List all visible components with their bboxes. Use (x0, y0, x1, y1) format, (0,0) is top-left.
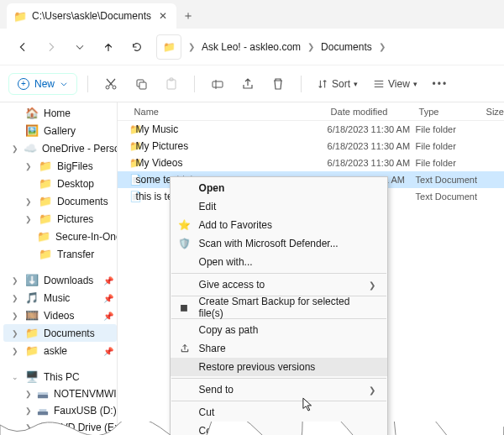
separator (171, 273, 386, 274)
up-button[interactable] (96, 34, 121, 60)
column-type[interactable]: Type (416, 107, 483, 117)
sidebar-item[interactable]: ❯ 🏠 Home (3, 104, 117, 122)
sidebar-item[interactable]: ❯ 📁 askle 📌 (3, 342, 117, 359)
disc-icon (37, 422, 49, 433)
context-menu-item[interactable]: Open (171, 179, 387, 197)
folder-icon: 📁 (39, 160, 52, 172)
context-menu-item[interactable]: Share (171, 339, 387, 358)
sidebar-item[interactable]: ❯ 📁 Documents (3, 192, 117, 210)
sidebar-item-this-pc[interactable]: ⌄ 🖥️ This PC (3, 368, 117, 385)
context-menu-item[interactable]: 🛡️ Scan with Microsoft Defender... (171, 234, 387, 253)
pin-icon: 📌 (103, 275, 113, 286)
svg-point-0 (106, 86, 109, 89)
sidebar-item[interactable]: ❯ FauxUSB (D:) (3, 402, 117, 419)
context-menu-item[interactable]: Cut (171, 403, 387, 422)
context-menu-item[interactable]: Open with... (171, 253, 387, 271)
context-menu-item[interactable]: ⭐ Add to Favorites (171, 216, 387, 234)
paste-button[interactable] (159, 71, 184, 97)
sidebar-item[interactable]: ❯ 📁 Secure-In-OneDrive (3, 228, 117, 245)
table-row[interactable]: 📁 My Videos 6/18/2023 11:30 AM File fold… (118, 155, 504, 171)
rename-button[interactable] (205, 71, 230, 97)
sort-button[interactable]: Sort ▾ (312, 78, 363, 90)
context-menu-label: Restore previous versions (199, 361, 316, 373)
sidebar-item-label: Gallery (44, 125, 76, 137)
chevron-right-icon: ❯ (12, 294, 20, 302)
navigation-bar: 📁 ❯ Ask Leo! - askleo.com ❯ Documents ❯ (0, 29, 504, 66)
usb-icon (37, 405, 49, 417)
window-tab[interactable]: 📁 C:\Users\askle\Documents ✕ (7, 3, 176, 29)
sidebar-item[interactable]: ❯ NOTENVMWIN11P02 (C:) (3, 385, 117, 402)
context-menu-item[interactable]: ◼ Create Smart Backup for selected file(… (171, 298, 387, 317)
view-label: View (388, 78, 410, 90)
navigation-pane[interactable]: ❯ 🏠 Home ❯ 🖼️ Gallery ❯ ☁️ OneDrive - Pe… (0, 102, 118, 435)
refresh-button[interactable] (124, 34, 150, 60)
forward-button[interactable] (39, 34, 64, 60)
box-icon: ◼ (177, 301, 192, 313)
sidebar-item[interactable]: ❯ 📁 Pictures (3, 210, 117, 228)
video-icon: 🎞️ (25, 309, 39, 322)
new-tab-button[interactable]: ＋ (176, 3, 200, 29)
delete-button[interactable] (265, 71, 291, 97)
sidebar-item[interactable]: ❯ 🖼️ Gallery (3, 122, 117, 139)
sidebar-item[interactable]: ❯ ⬇️ Downloads 📌 (3, 271, 117, 289)
view-button[interactable]: View ▾ (368, 78, 423, 90)
file-type: Text Document (416, 175, 491, 185)
chevron-right-icon: ❯ (12, 144, 18, 153)
separator (301, 76, 302, 92)
sidebar-item[interactable]: ❯ 📁 Transfer (3, 245, 117, 263)
sidebar-item[interactable]: ❯ 🎵 Music 📌 (3, 289, 117, 307)
sidebar-item[interactable]: ❯ 📁 BigFiles (3, 157, 117, 175)
context-menu-item[interactable]: Restore previous versions (171, 358, 387, 376)
download-icon: ⬇️ (25, 274, 39, 286)
column-date[interactable]: Date modified (328, 107, 416, 117)
sidebar-item-label: Documents (44, 328, 95, 339)
recent-locations-button[interactable] (67, 34, 92, 60)
context-menu-label: Open (199, 182, 225, 194)
folder-icon: 📁 (39, 212, 52, 225)
close-tab-button[interactable]: ✕ (156, 9, 170, 23)
sidebar-item[interactable]: ❯ DVD Drive (E:) (3, 419, 117, 435)
table-row[interactable]: 📁 My Pictures 6/18/2023 11:30 AM File fo… (118, 138, 504, 155)
back-button[interactable] (10, 34, 35, 60)
column-size[interactable]: Size (483, 107, 504, 117)
pin-icon: 📌 (103, 345, 113, 357)
address-root-icon[interactable]: 📁 (156, 34, 181, 60)
folder-icon: 📁 (118, 123, 134, 135)
sidebar-item-label: Desktop (57, 178, 94, 190)
shield-icon: 🛡️ (177, 238, 192, 249)
sidebar-item-label: askle (44, 345, 67, 357)
file-date: 6/18/2023 11:30 AM (328, 141, 416, 151)
cut-button[interactable] (98, 71, 123, 97)
context-menu-item[interactable]: Edit (171, 197, 387, 216)
chevron-right-icon: ❯ (306, 42, 316, 51)
sidebar-item[interactable]: ❯ 📁 Desktop (3, 175, 117, 192)
context-menu-item[interactable]: Copy (171, 422, 387, 435)
pin-icon: 📌 (103, 310, 113, 322)
breadcrumb-segment[interactable]: Ask Leo! - askleo.com (200, 38, 302, 56)
onedrive-icon: ☁️ (24, 142, 37, 155)
file-type: File folder (416, 158, 491, 168)
context-menu-item[interactable]: Send to ❯ (171, 380, 387, 399)
more-options-button[interactable]: ••• (428, 71, 453, 97)
sidebar-item[interactable]: ❯ 📁 Documents (3, 324, 117, 342)
context-menu-label: Add to Favorites (199, 219, 272, 231)
chevron-down-icon: ▾ (413, 80, 417, 88)
gallery-icon: 🖼️ (25, 124, 39, 137)
context-menu-item[interactable]: Give access to ❯ (171, 275, 387, 294)
new-button[interactable]: + New (8, 73, 77, 95)
file-name: My Pictures (134, 140, 328, 152)
sidebar-item-label: Downloads (44, 275, 93, 286)
share-button[interactable] (235, 71, 260, 97)
svg-rect-4 (167, 80, 176, 89)
breadcrumb-segment[interactable]: Documents (319, 38, 374, 56)
drive-icon (37, 388, 49, 400)
context-menu-item[interactable]: Copy as path (171, 321, 387, 339)
home-icon: 🏠 (25, 107, 39, 119)
sidebar-item[interactable]: ❯ 🎞️ Videos 📌 (3, 307, 117, 324)
sidebar-item[interactable]: ❯ ☁️ OneDrive - Personal (3, 139, 117, 157)
separator (87, 76, 88, 92)
copy-button[interactable] (129, 71, 154, 97)
context-menu-label: Cut (199, 406, 215, 418)
table-row[interactable]: 📁 My Music 6/18/2023 11:30 AM File folde… (118, 121, 504, 138)
column-name[interactable]: Name (118, 107, 328, 117)
